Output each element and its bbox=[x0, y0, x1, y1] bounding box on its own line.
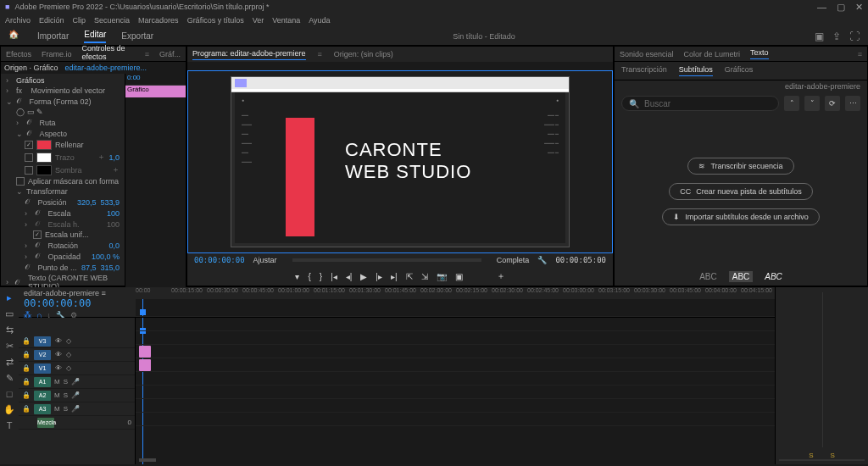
fx-shadow[interactable]: Sombra＋ bbox=[4, 164, 121, 176]
fx-mask-shape[interactable]: Aplicar máscara con forma bbox=[4, 176, 121, 186]
tool-razor[interactable]: ✂ bbox=[6, 341, 14, 352]
workspace-editar[interactable]: Editar bbox=[84, 30, 106, 43]
sequence-name[interactable]: editar-adobe-premiere bbox=[24, 289, 99, 297]
menu-ver[interactable]: Ver bbox=[253, 16, 264, 25]
lane-v3[interactable] bbox=[136, 331, 775, 345]
fx-graficos[interactable]: ›Gráficos bbox=[4, 75, 121, 86]
tool-selection[interactable]: ▸ bbox=[7, 292, 12, 303]
marker-icon[interactable]: ▾ bbox=[295, 272, 299, 281]
lane-v1[interactable] bbox=[136, 358, 775, 372]
up-icon[interactable]: ˄ bbox=[784, 96, 799, 111]
share-icon[interactable]: ⇪ bbox=[832, 31, 841, 42]
fx-ruta[interactable]: ›𝒪 Ruta bbox=[4, 117, 121, 128]
tab-sonido[interactable]: Sonido esencial bbox=[620, 50, 674, 58]
panel-menu-icon[interactable]: ≡ bbox=[858, 50, 862, 58]
subtab-subtitulos[interactable]: Subtítulos bbox=[679, 65, 713, 76]
workspace-exportar[interactable]: Exportar bbox=[121, 31, 153, 41]
wrench-icon[interactable]: 🔧 bbox=[537, 256, 547, 264]
maximize-icon[interactable]: ▢ bbox=[837, 2, 845, 13]
clip-graphic[interactable] bbox=[139, 346, 151, 358]
menu-marcadores[interactable]: Marcadores bbox=[138, 16, 179, 25]
tab-menu-icon[interactable]: ≡ bbox=[145, 50, 149, 58]
fx-aspecto[interactable]: ⌄𝒪 Aspecto bbox=[4, 128, 121, 139]
tab-frameio[interactable]: Frame.io bbox=[42, 50, 72, 58]
fx-scale[interactable]: ›𝒪 Escala100 bbox=[4, 208, 121, 219]
fx-anchor[interactable]: 𝒪 Punto de ...87,5 315,0 bbox=[4, 262, 121, 273]
tab-lumetri[interactable]: Color de Lumetri bbox=[684, 50, 741, 58]
search-input[interactable]: 🔍 Buscar bbox=[621, 96, 779, 111]
menu-graficos[interactable]: Gráficos y títulos bbox=[187, 16, 244, 25]
minimize-icon[interactable]: — bbox=[817, 2, 826, 13]
down-icon[interactable]: ˅ bbox=[804, 96, 820, 111]
menu-edicion[interactable]: Edición bbox=[39, 16, 64, 25]
fx-uniform-scale[interactable]: ✓Escala unif... bbox=[4, 230, 121, 240]
fx-mini-clip[interactable]: Gráfico bbox=[125, 86, 186, 97]
clip-graphic-2[interactable] bbox=[139, 359, 151, 371]
tool-type[interactable]: T bbox=[7, 420, 13, 430]
close-icon[interactable]: ✕ bbox=[855, 2, 863, 13]
tab-graficos[interactable]: Gráf... bbox=[159, 50, 181, 58]
tab-texto[interactable]: Texto bbox=[750, 48, 769, 59]
tab-source[interactable]: Origen: (sin clips) bbox=[334, 50, 393, 58]
menu-secuencia[interactable]: Secuencia bbox=[94, 16, 130, 25]
fx-opacity[interactable]: ›𝒪 Opacidad100,0 % bbox=[4, 251, 121, 262]
tool-ripple[interactable]: ⇆ bbox=[6, 325, 14, 336]
lane-a3[interactable] bbox=[136, 399, 775, 413]
tool-track-select[interactable]: ▭ bbox=[5, 308, 14, 319]
lane-a2[interactable] bbox=[136, 386, 775, 399]
btn-crear-pista[interactable]: CCCrear nueva pista de subtítulos bbox=[669, 183, 813, 200]
subtab-transcripcion[interactable]: Transcripción bbox=[621, 65, 667, 76]
export-frame-icon[interactable]: 📷 bbox=[437, 272, 447, 281]
track-mix[interactable]: Mezcla0 bbox=[19, 416, 135, 430]
btn-importar-sub[interactable]: ⬇Importar subtítulos desde un archivo bbox=[662, 208, 820, 225]
extract-icon[interactable]: ⇲ bbox=[421, 272, 428, 281]
menu-archivo[interactable]: Archivo bbox=[5, 16, 31, 25]
play-icon[interactable]: ▶ bbox=[360, 272, 367, 281]
fullscreen-icon[interactable]: ⛶ bbox=[849, 31, 860, 42]
lane-v2[interactable] bbox=[136, 345, 775, 358]
program-tc-left[interactable]: 00:00:00:00 bbox=[194, 256, 245, 264]
tool-hand[interactable]: ✋ bbox=[3, 404, 15, 415]
shape-red-bar[interactable] bbox=[286, 118, 314, 236]
program-fit[interactable]: Ajustar bbox=[253, 256, 277, 264]
title-text[interactable]: CARONTE WEB STUDIO bbox=[345, 139, 471, 184]
tab-program[interactable]: Programa: editar-adobe-premiere bbox=[192, 49, 306, 60]
fx-mask-tools[interactable]: ◯ ▭ ✎ bbox=[4, 107, 121, 117]
caption-style-1[interactable]: ABC bbox=[696, 271, 721, 282]
home-icon[interactable]: 🏠 bbox=[8, 30, 22, 43]
track-v2[interactable]: 🔒V2👁◇ bbox=[19, 348, 135, 362]
fx-transform[interactable]: ⌄Transformar bbox=[4, 186, 121, 197]
fx-vector-motion[interactable]: ›fx Movimiento del vector bbox=[4, 86, 121, 96]
tab-efectos[interactable]: Efectos bbox=[6, 50, 31, 58]
goto-in-icon[interactable]: |◂ bbox=[331, 272, 337, 281]
in-icon[interactable]: { bbox=[308, 272, 310, 281]
source-clip[interactable]: editar-adobe-premiere... bbox=[65, 64, 147, 72]
program-quality[interactable]: Completa bbox=[497, 256, 530, 264]
caption-style-2[interactable]: ABC bbox=[729, 271, 754, 282]
track-a1[interactable]: 🔒A1MS🎤 bbox=[19, 375, 135, 389]
track-a3[interactable]: 🔒A3MS🎤 bbox=[19, 402, 135, 416]
step-fwd-icon[interactable]: |▸ bbox=[376, 272, 382, 281]
btn-transcribir[interactable]: ≋Transcribir secuencia bbox=[687, 158, 793, 175]
caption-style-3[interactable]: ABC bbox=[761, 271, 786, 282]
workspace-importar[interactable]: Importar bbox=[37, 31, 69, 41]
tool-slip[interactable]: ⇄ bbox=[6, 357, 14, 368]
timeline-ruler[interactable]: 00:00 00:00:15:00 00:00:30:00 00:00:45:0… bbox=[136, 287, 775, 299]
zoom-scrollbar[interactable] bbox=[139, 458, 156, 462]
goto-out-icon[interactable]: ▸| bbox=[391, 272, 398, 281]
fx-position[interactable]: 𝒪 Posición320,5 533,9 bbox=[4, 197, 121, 208]
quick-export-icon[interactable]: ▣ bbox=[815, 31, 824, 42]
step-back-icon[interactable]: ◂| bbox=[346, 272, 353, 281]
menu-ventana[interactable]: Ventana bbox=[272, 16, 300, 25]
tab-controles-efectos[interactable]: Controles de efectos bbox=[82, 44, 135, 64]
subtab-graficos[interactable]: Gráficos bbox=[725, 65, 754, 76]
playhead[interactable] bbox=[142, 299, 143, 316]
program-ruler-top[interactable] bbox=[187, 62, 613, 70]
tool-pen[interactable]: ✎ bbox=[6, 373, 14, 384]
fx-fill[interactable]: ✓Rellenar bbox=[4, 139, 121, 151]
program-scrubber[interactable] bbox=[292, 258, 481, 262]
add-button-icon[interactable]: ＋ bbox=[497, 270, 505, 282]
menu-ayuda[interactable]: Ayuda bbox=[309, 16, 330, 25]
tool-rectangle[interactable]: □ bbox=[7, 389, 13, 399]
compare-icon[interactable]: ▣ bbox=[455, 272, 463, 281]
